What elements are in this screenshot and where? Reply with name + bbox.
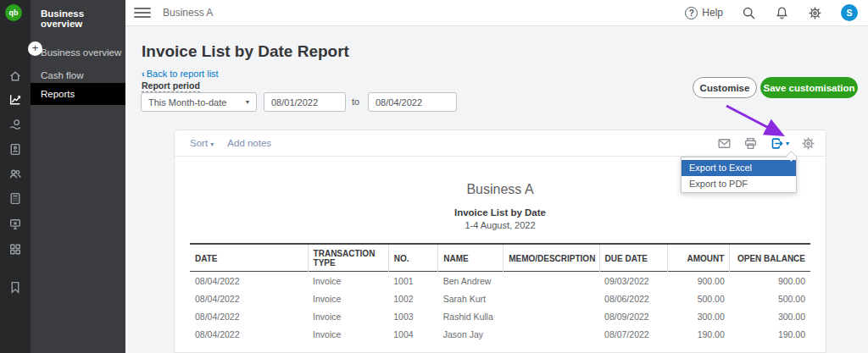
invoice-table: DATETRANSACTION TYPENO.NAMEMEMO/DESCRIPT… xyxy=(190,243,810,343)
add-notes-button[interactable]: Add notes xyxy=(227,138,271,148)
table-cell: 500.00 xyxy=(668,290,730,307)
menu-item-export-to-pdf[interactable]: Export to PDF xyxy=(682,176,796,192)
to-label: to xyxy=(352,97,359,107)
help-icon: ? xyxy=(685,7,698,19)
table-cell: Invoice xyxy=(308,272,388,290)
table-cell: 190.00 xyxy=(668,325,730,343)
table-cell: 09/03/2022 xyxy=(599,272,668,290)
table-cell: 08/04/2022 xyxy=(190,307,308,325)
table-cell: Invoice xyxy=(308,290,388,307)
table-header-row: DATETRANSACTION TYPENO.NAMEMEMO/DESCRIPT… xyxy=(190,244,810,272)
company-name: Business A xyxy=(163,7,213,19)
table-cell: 1002 xyxy=(388,290,438,307)
date-to-input[interactable] xyxy=(368,92,457,112)
calculator-icon[interactable] xyxy=(8,191,23,206)
table-header-cell: OPEN BALANCE xyxy=(730,244,810,272)
save-customisation-button[interactable]: Save customisation xyxy=(760,77,858,98)
sidebar: Business overview Business overview Cash… xyxy=(31,0,125,353)
table-cell: Rashid Kulla xyxy=(438,307,504,325)
report-period-select[interactable]: This Month-to-date ▾ xyxy=(141,92,257,112)
table-cell: 190.00 xyxy=(730,325,810,343)
table-cell: Ben Andrew xyxy=(438,272,504,290)
bookmark-icon[interactable] xyxy=(8,280,23,295)
select-caret-icon: ▾ xyxy=(246,98,249,106)
quickbooks-logo[interactable]: qb xyxy=(5,4,22,21)
table-cell: 1004 xyxy=(388,325,438,343)
table-row: 08/04/2022Invoice1002Sarah Kurt08/06/202… xyxy=(190,290,810,307)
print-icon[interactable] xyxy=(743,136,758,151)
table-cell: 08/07/2022 xyxy=(599,325,668,343)
table-cell: 08/06/2022 xyxy=(599,290,668,307)
search-icon[interactable] xyxy=(742,6,756,20)
table-row: 08/04/2022Invoice1004Jason Jay08/07/2022… xyxy=(190,325,810,343)
table-cell: 900.00 xyxy=(730,272,810,290)
table-cell: 08/09/2022 xyxy=(599,307,668,325)
home-icon[interactable] xyxy=(8,69,23,83)
table-cell: 900.00 xyxy=(668,272,730,290)
page-title: Invoice List by Date Report xyxy=(142,42,349,61)
hamburger-menu-icon[interactable] xyxy=(134,5,151,20)
report-title: Invoice List by Date xyxy=(175,207,826,218)
table-header-cell: DUE DATE xyxy=(599,244,668,272)
table-header-cell: MEMO/DESCRIPTION xyxy=(504,244,599,272)
table-cell: 08/04/2022 xyxy=(190,325,308,343)
user-avatar[interactable]: S xyxy=(841,4,858,21)
customise-button[interactable]: Customise xyxy=(693,77,757,98)
sidebar-header: Business overview xyxy=(41,8,125,29)
table-cell: Invoice xyxy=(308,325,388,343)
report-period-label: Report period xyxy=(142,80,200,92)
export-button[interactable]: ▾ xyxy=(770,136,789,151)
table-cell: 08/04/2022 xyxy=(190,272,308,290)
table-cell: 300.00 xyxy=(668,307,730,325)
export-icon xyxy=(770,136,784,151)
email-icon[interactable] xyxy=(717,136,732,151)
table-header-cell: DATE xyxy=(190,244,308,272)
settings-gear-icon[interactable] xyxy=(808,6,822,20)
main-content: Invoice List by Date Report ‹Back to rep… xyxy=(125,26,868,353)
table-cell xyxy=(504,272,599,290)
table-row: 08/04/2022Invoice1003Rashid Kulla08/09/2… xyxy=(190,307,810,325)
sort-button[interactable]: Sort ▾ xyxy=(190,138,214,148)
table-header-cell: NAME xyxy=(438,244,504,272)
menu-item-export-to-excel[interactable]: Export to Excel xyxy=(682,160,796,176)
table-cell: Jason Jay xyxy=(438,325,504,343)
table-cell: Invoice xyxy=(308,307,388,325)
back-chevron-icon: ‹ xyxy=(142,69,145,79)
sidebar-item-business-overview[interactable]: Business overview xyxy=(31,42,125,63)
back-to-report-list-link[interactable]: ‹Back to report list xyxy=(142,69,219,79)
table-cell xyxy=(504,307,599,325)
billing-icon[interactable] xyxy=(8,217,23,231)
table-cell xyxy=(504,325,599,343)
new-plus-button[interactable]: + xyxy=(28,41,42,56)
nav-rail: qb xyxy=(0,0,31,353)
table-cell: 300.00 xyxy=(730,307,810,325)
apps-icon[interactable] xyxy=(8,242,23,256)
cash-flow-icon[interactable] xyxy=(8,118,23,132)
table-header-cell: AMOUNT xyxy=(668,244,730,272)
report-card-toolbar: Sort ▾ Add notes ▾ xyxy=(175,130,826,157)
export-caret-icon: ▾ xyxy=(786,140,789,147)
topbar: Business A ? Help S xyxy=(125,0,868,26)
report-table-body: 08/04/2022Invoice1001Ben Andrew09/03/202… xyxy=(190,272,810,344)
report-settings-gear-icon[interactable] xyxy=(801,136,815,151)
table-header-cell: NO. xyxy=(388,244,438,272)
table-cell: 1001 xyxy=(388,272,438,290)
table-header-cell: TRANSACTION TYPE xyxy=(308,244,388,272)
sidebar-item-reports[interactable]: Reports xyxy=(31,83,125,105)
table-cell: 08/04/2022 xyxy=(190,290,308,307)
table-row: 08/04/2022Invoice1001Ben Andrew09/03/202… xyxy=(190,272,810,290)
export-dropdown-menu: Export to Excel Export to PDF xyxy=(681,157,797,193)
reports-chart-icon[interactable] xyxy=(8,92,23,107)
date-from-input[interactable] xyxy=(264,92,346,112)
help-button[interactable]: ? Help xyxy=(685,7,723,19)
contacts-icon[interactable] xyxy=(8,142,23,157)
table-cell: 500.00 xyxy=(730,290,810,307)
customers-icon[interactable] xyxy=(8,167,23,181)
notifications-bell-icon[interactable] xyxy=(775,6,789,20)
table-cell xyxy=(504,290,599,307)
table-cell: 1003 xyxy=(388,307,438,325)
sort-caret-icon: ▾ xyxy=(210,141,214,148)
table-cell: Sarah Kurt xyxy=(438,290,504,307)
report-period-range: 1-4 August, 2022 xyxy=(175,220,826,230)
